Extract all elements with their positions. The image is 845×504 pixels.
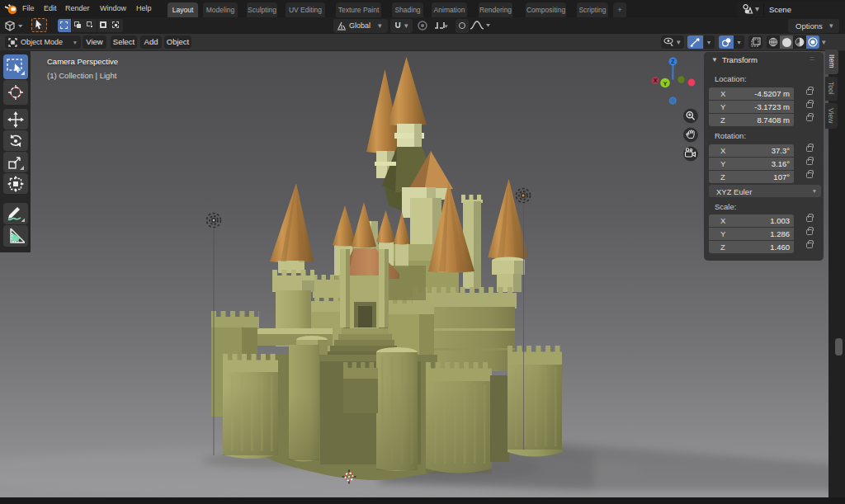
svg-text:Y: Y — [663, 80, 667, 87]
svg-text:X: X — [654, 78, 658, 83]
svg-text:(1) Collection | Light: (1) Collection | Light — [47, 71, 117, 80]
svg-text:Camera Perspective: Camera Perspective — [47, 57, 118, 66]
svg-text:Z: Z — [671, 59, 675, 64]
